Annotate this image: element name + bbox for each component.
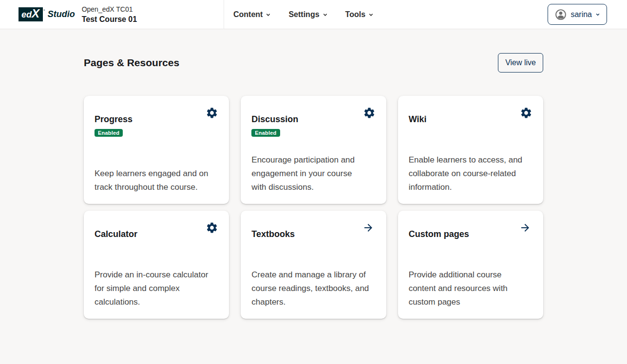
- card-description: Provide an in-course calculator for simp…: [95, 268, 211, 309]
- chevron-down-icon: [595, 12, 600, 17]
- card-title: Textbooks: [251, 229, 295, 239]
- card-description: Keep learners engaged and on track throu…: [95, 167, 214, 194]
- logo-ed: ed: [21, 10, 32, 20]
- card-description: Enable learners to access, and collabora…: [409, 153, 527, 194]
- course-meta: Open_edX TC01 Test Course 01: [82, 4, 137, 24]
- arrow-forward-icon[interactable]: [519, 222, 531, 234]
- avatar-icon: [554, 8, 567, 21]
- status-badge: Enabled: [251, 129, 280, 137]
- page-title: Pages & Resources: [84, 57, 179, 69]
- logo-area: edX ° Studio Open_edX TC01 Test Course 0…: [19, 4, 224, 24]
- gear-icon[interactable]: [206, 221, 218, 234]
- nav-tools-label: Tools: [345, 10, 365, 19]
- edx-logo-box: edX: [19, 7, 43, 21]
- nav-content[interactable]: Content: [233, 10, 271, 19]
- card-description: Provide additional course content and re…: [409, 268, 513, 309]
- nav-content-label: Content: [233, 10, 263, 19]
- course-org: Open_edX TC01: [82, 4, 137, 14]
- chevron-down-icon: [323, 12, 328, 18]
- page-head: Pages & Resources View live: [84, 53, 543, 73]
- card-title: Custom pages: [409, 229, 469, 239]
- header: edX ° Studio Open_edX TC01 Test Course 0…: [0, 0, 627, 29]
- user-menu-button[interactable]: sarina: [548, 4, 607, 25]
- card-description: Encourage participation and engagement i…: [251, 153, 359, 194]
- card-title: Wiki: [409, 114, 427, 125]
- edx-studio-logo[interactable]: edX ° Studio: [19, 7, 75, 21]
- card-wiki: Wiki Enable learners to access, and coll…: [398, 96, 543, 204]
- main-nav: Content Settings Tools: [224, 10, 374, 19]
- card-calculator: Calculator Provide an in-course calculat…: [84, 211, 229, 319]
- main-content: Pages & Resources View live Progress Ena…: [84, 53, 543, 338]
- chevron-down-icon: [368, 12, 374, 18]
- card-progress: Progress Enabled Keep learners engaged a…: [84, 96, 229, 204]
- card-textbooks: Textbooks Create and manage a library of…: [241, 211, 386, 319]
- cards-grid: Progress Enabled Keep learners engaged a…: [84, 96, 543, 338]
- nav-tools[interactable]: Tools: [345, 10, 374, 19]
- logo-registered-mark: °: [43, 9, 45, 14]
- card-custom-pages: Custom pages Provide additional course c…: [398, 211, 543, 319]
- gear-icon[interactable]: [206, 107, 218, 119]
- view-live-button[interactable]: View live: [498, 53, 543, 73]
- chevron-down-icon: [266, 12, 271, 18]
- gear-icon[interactable]: [520, 107, 532, 119]
- nav-settings-label: Settings: [288, 10, 319, 19]
- logo-x: X: [32, 8, 39, 19]
- card-title: Progress: [95, 114, 133, 125]
- gear-icon[interactable]: [363, 107, 376, 119]
- status-badge: Enabled: [95, 129, 123, 137]
- course-title: Test Course 01: [82, 14, 137, 24]
- arrow-forward-icon[interactable]: [362, 222, 374, 234]
- logo-studio-label: Studio: [48, 9, 75, 19]
- card-title: Discussion: [251, 114, 298, 125]
- card-description: Create and manage a library of course re…: [251, 268, 371, 309]
- card-discussion: Discussion Enabled Encourage participati…: [241, 96, 386, 204]
- user-name: sarina: [570, 10, 592, 19]
- card-title: Calculator: [95, 229, 137, 239]
- nav-settings[interactable]: Settings: [288, 10, 327, 19]
